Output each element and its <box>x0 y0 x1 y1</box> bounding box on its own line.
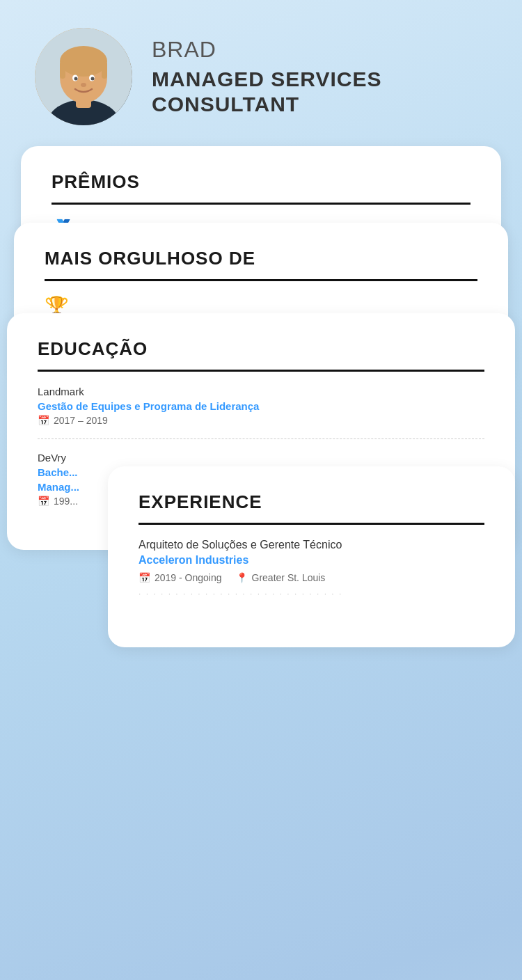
edu-date-1: 📅 2017 – 2019 <box>38 415 484 426</box>
svg-rect-5 <box>60 61 65 79</box>
edu-entry-1: Landmark Gestão de Equipes e Programa de… <box>38 386 484 426</box>
edu-course-1: Gestão de Equipes e Programa de Lideranç… <box>38 400 484 412</box>
svg-point-11 <box>81 83 86 87</box>
educacao-title: EDUCAÇÃO <box>38 338 484 360</box>
calendar-icon-3: 📅 <box>139 572 150 583</box>
premios-divider <box>52 203 470 205</box>
edu-institution-2: DeVry <box>38 452 484 464</box>
avatar <box>35 28 132 125</box>
svg-point-9 <box>74 77 78 81</box>
exp-date-item: 📅 2019 - Ongoing <box>139 572 222 583</box>
profile-name: BRAD <box>152 37 382 63</box>
calendar-icon-1: 📅 <box>38 415 49 426</box>
header-info: BRAD MANAGED SERVICES CONSULTANT <box>152 37 382 117</box>
exp-location: Greater St. Louis <box>252 572 326 583</box>
educacao-divider <box>38 370 484 372</box>
profile-title: MANAGED SERVICES CONSULTANT <box>152 67 382 117</box>
svg-point-10 <box>91 77 95 81</box>
experience-title: EXPERIENCE <box>139 491 484 513</box>
card-experience: EXPERIENCE Arquiteto de Soluções e Geren… <box>108 466 515 647</box>
exp-date: 2019 - Ongoing <box>155 572 222 583</box>
edu-entry-divider <box>38 438 484 439</box>
calendar-icon-2: 📅 <box>38 496 49 507</box>
exp-continuation-dots: · · · · · · · · · · · · · · · · · · · · … <box>139 589 484 599</box>
svg-rect-6 <box>102 61 107 79</box>
location-icon: 📍 <box>236 572 248 583</box>
experience-divider <box>139 523 484 525</box>
orgulhoso-divider <box>45 279 477 281</box>
profile-header: BRAD MANAGED SERVICES CONSULTANT <box>0 0 522 146</box>
premios-title: PRÊMIOS <box>52 171 470 193</box>
svg-point-4 <box>60 46 107 77</box>
exp-position-1: Arquiteto de Soluções e Gerente Técnico <box>139 539 484 551</box>
exp-entry-1: Arquiteto de Soluções e Gerente Técnico … <box>139 539 484 599</box>
exp-location-item: 📍 Greater St. Louis <box>236 572 326 583</box>
exp-meta-1: 📅 2019 - Ongoing 📍 Greater St. Louis <box>139 572 484 583</box>
edu-institution-1: Landmark <box>38 386 484 397</box>
exp-company-1: Acceleron Industries <box>139 554 484 567</box>
orgulhoso-title: MAIS ORGULHOSO DE <box>45 248 477 269</box>
